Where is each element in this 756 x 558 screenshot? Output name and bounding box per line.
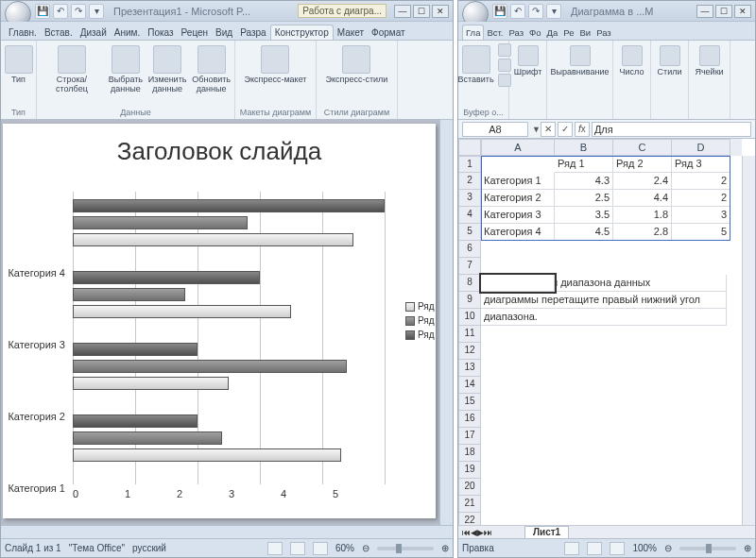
row-header[interactable]: 7 [458, 258, 481, 275]
cell[interactable]: Ряд 3 [672, 156, 730, 173]
row-header[interactable]: 6 [458, 241, 481, 258]
zoom-value[interactable]: 100% [632, 543, 657, 553]
cells-group-button[interactable]: Ячейки [693, 43, 725, 79]
ribbon-tab[interactable]: Да [544, 25, 561, 40]
ribbon-tab[interactable]: Рецен [178, 25, 213, 40]
cell[interactable]: 3.5 [555, 207, 613, 224]
select-data-button[interactable]: Выбрать данные [107, 43, 145, 96]
row-header[interactable]: 11 [458, 326, 481, 343]
font-group-button[interactable]: Шрифт [512, 43, 544, 79]
row-header[interactable]: 9 [458, 292, 481, 309]
slide-editor-area[interactable]: Заголовок слайда 012345 РядРядРяд Катего… [1, 120, 453, 538]
cell[interactable]: 2 [672, 173, 730, 190]
cell[interactable]: Категория 2 [481, 190, 555, 207]
edit-data-button[interactable]: Изменить данные [146, 43, 188, 96]
zoom-slider[interactable] [679, 547, 736, 550]
ribbon-tab[interactable]: Ви [576, 25, 593, 40]
row-header[interactable]: 19 [458, 462, 481, 479]
column-header[interactable]: C [613, 139, 672, 156]
cell[interactable]: 2 [672, 190, 730, 207]
name-box[interactable]: A8 [462, 122, 528, 137]
column-header[interactable]: B [555, 139, 613, 156]
ribbon-tab[interactable]: Вид [212, 25, 236, 40]
row-headers[interactable]: 12345678910111213141516171819202122 [458, 156, 481, 525]
row-header[interactable]: 2 [458, 173, 481, 190]
column-header[interactable]: A [481, 139, 555, 156]
ribbon-tab[interactable]: Раз [506, 25, 526, 40]
zoom-value[interactable]: 60% [335, 543, 354, 553]
undo-button[interactable]: ↶ [510, 4, 525, 19]
active-cell[interactable] [481, 275, 555, 292]
confirm-edit-button[interactable]: ✓ [558, 122, 573, 137]
alignment-group-button[interactable]: Выравнивание [549, 43, 611, 79]
select-all-corner[interactable] [458, 139, 481, 156]
ribbon-tab[interactable]: Вст. [484, 25, 506, 40]
tab-nav-prev-icon[interactable]: ◀ [471, 528, 477, 537]
undo-button[interactable]: ↶ [53, 4, 68, 19]
cell[interactable]: 2.8 [613, 224, 672, 241]
cell[interactable]: диаграммы перетащите правый нижний угол [481, 292, 727, 309]
chart-type-button[interactable]: Тип [3, 43, 35, 87]
ribbon-tab[interactable]: Фо [526, 25, 544, 40]
paste-button[interactable]: Вставить [455, 43, 495, 87]
vertical-scrollbar[interactable] [439, 120, 453, 525]
ribbon-tab[interactable]: Макет [334, 25, 368, 40]
quick-style-button[interactable]: Экспресс-стили [324, 43, 390, 87]
cell[interactable]: Категория 3 [481, 207, 555, 224]
page-break-view-button[interactable] [610, 542, 625, 555]
ribbon-tab[interactable]: Гла [462, 25, 484, 40]
fx-button[interactable]: fx [575, 122, 590, 137]
number-group-button[interactable]: Число [617, 43, 647, 79]
styles-group-button[interactable]: Стили [655, 43, 685, 79]
page-layout-view-button[interactable] [587, 542, 602, 555]
vertical-scrollbar[interactable] [742, 156, 755, 525]
tab-nav-next-icon[interactable]: ▶ [477, 528, 484, 537]
cell[interactable]: диапазона. [481, 309, 727, 326]
cell[interactable]: 3 [672, 207, 730, 224]
row-header[interactable]: 1 [458, 156, 481, 173]
zoom-out-button[interactable]: ⊖ [664, 543, 672, 553]
ribbon-tab[interactable]: Формат [368, 25, 409, 40]
ribbon-tab[interactable]: Разра [236, 25, 270, 40]
cell[interactable]: 2.5 [555, 190, 613, 207]
cell[interactable]: Ряд 1 [555, 156, 613, 173]
cells-area[interactable]: Ряд 1Ряд 2Ряд 3Категория 14.32.42Категор… [481, 156, 742, 525]
worksheet-grid[interactable]: ABCD 12345678910111213141516171819202122… [458, 139, 755, 538]
close-button[interactable]: ✕ [734, 5, 751, 18]
column-header[interactable]: D [672, 139, 730, 156]
row-header[interactable]: 10 [458, 309, 481, 326]
ribbon-tab[interactable]: Показ [144, 25, 177, 40]
chart-tools-context-tab[interactable]: Работа с диагра... [298, 4, 387, 18]
save-button[interactable]: 💾 [35, 4, 50, 19]
cell[interactable]: Категория 1 [481, 173, 555, 190]
cell[interactable]: 2.4 [613, 173, 672, 190]
ribbon-tab[interactable]: Дизай [77, 25, 111, 40]
ribbon-tab[interactable]: Главн. [5, 25, 41, 40]
ribbon-tab[interactable]: Конструктор [270, 25, 334, 40]
row-header[interactable]: 15 [458, 394, 481, 411]
name-box-dropdown-icon[interactable]: ▼ [532, 125, 541, 134]
formula-bar[interactable]: Для [592, 122, 751, 137]
sheet-tab[interactable]: Лист1 [524, 526, 569, 538]
redo-button[interactable]: ↷ [528, 4, 543, 19]
normal-view-button[interactable] [267, 542, 283, 555]
column-headers[interactable]: ABCD [481, 139, 742, 156]
ribbon-tab[interactable]: Раз [593, 25, 614, 40]
cell[interactable]: 1.8 [613, 207, 672, 224]
row-header[interactable]: 8 [458, 275, 481, 292]
ribbon-tab[interactable]: Ре [560, 25, 576, 40]
redo-button[interactable]: ↷ [71, 4, 86, 19]
row-header[interactable]: 12 [458, 343, 481, 360]
cancel-edit-button[interactable]: ✕ [541, 122, 556, 137]
restore-button[interactable]: ☐ [715, 5, 732, 18]
row-header[interactable]: 17 [458, 428, 481, 445]
slideshow-view-button[interactable] [313, 542, 328, 555]
language-indicator[interactable]: русский [132, 543, 166, 553]
cell[interactable]: 4.4 [613, 190, 672, 207]
zoom-slider[interactable] [377, 547, 434, 550]
qat-dropdown[interactable]: ▾ [89, 4, 104, 19]
cell[interactable]: Ряд 2 [613, 156, 672, 173]
row-header[interactable]: 13 [458, 360, 481, 377]
cell[interactable]: 5 [672, 224, 730, 241]
row-header[interactable]: 16 [458, 411, 481, 428]
